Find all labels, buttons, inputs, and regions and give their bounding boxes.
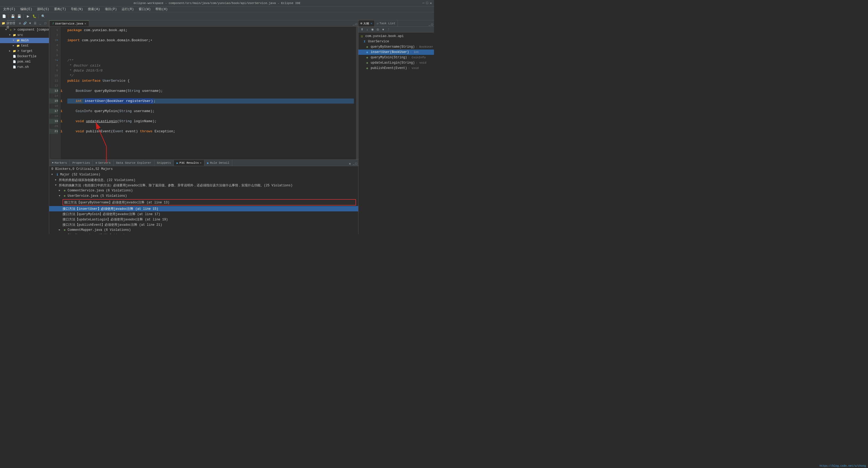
- maximize-editor-icon[interactable]: □: [355, 23, 357, 26]
- maximize-btn[interactable]: □: [426, 1, 428, 5]
- minimize-right-icon[interactable]: _: [429, 23, 431, 26]
- tree-runsh[interactable]: 📄 run.sh: [0, 64, 49, 70]
- tree-target[interactable]: ► 📁 > target: [0, 49, 49, 54]
- menu-item-T[interactable]: 重构(T): [52, 6, 68, 12]
- tab-ruledetail[interactable]: ▶ Rule Detail: [204, 160, 232, 166]
- tree-test[interactable]: ► 📁 test: [0, 43, 49, 49]
- vt-starmapper[interactable]: ► ● StarMapper.java (3 Violations): [49, 233, 358, 234]
- close-btn[interactable]: ✕: [430, 1, 432, 5]
- vt-abstract[interactable]: ▼ 所有的抽象方法（包括接口中的方法）必须要用javadoc注释、除了返回值、参…: [49, 183, 358, 188]
- close-bottom-icon[interactable]: ✕: [349, 162, 351, 166]
- vt-querymycoin[interactable]: 接口方法【queryMyCoin】必须使用javadoc注释 (at line …: [49, 211, 358, 217]
- close-tab-icon[interactable]: ✕: [85, 22, 86, 25]
- target-label: > target: [17, 49, 33, 53]
- dockerfile-label: Dockerfile: [17, 55, 36, 58]
- ai-12: [60, 83, 65, 88]
- tab-tasklist[interactable]: ☑ Task List: [375, 21, 398, 26]
- editor-scrollbar[interactable]: [356, 27, 358, 159]
- vt-major[interactable]: ▼ ℹ Major (52 Violations): [49, 172, 358, 177]
- collapse-all-icon[interactable]: ⊟: [18, 21, 22, 26]
- minimize-editor-icon[interactable]: _: [353, 23, 355, 26]
- vt-commentservice[interactable]: ► ● CommentService.java (6 Violations): [49, 188, 358, 193]
- tab-snippets[interactable]: Snippets: [154, 160, 174, 166]
- maximize-right-icon[interactable]: □: [431, 23, 433, 26]
- updatelastlogin-return: : void: [416, 61, 427, 64]
- minimize-bottom-icon[interactable]: _: [353, 162, 355, 165]
- maximize-bottom-icon[interactable]: □: [355, 162, 357, 165]
- ln-18: 18: [49, 114, 58, 119]
- maximize-panel-icon[interactable]: □: [43, 21, 48, 26]
- bottom-tab-controls: ✕ _ □: [349, 162, 358, 166]
- editor-tab-userservice[interactable]: J UserService.java ✕: [49, 21, 89, 26]
- outline-updatelastlogin-label: updateLastLogin(String): [371, 61, 415, 65]
- outline-querybyusername-label: queryByUsername(String): [371, 45, 415, 49]
- save-all-btn[interactable]: 💾: [16, 13, 22, 19]
- menu-item-E[interactable]: 编辑(E): [18, 6, 35, 12]
- outline-userservice-label: UserService: [368, 40, 389, 43]
- menu-item-S[interactable]: 源码(S): [35, 6, 51, 12]
- outline-updatelastlogin[interactable]: ◆ updateLastLogin(String) : void: [359, 60, 434, 65]
- link-editor-icon[interactable]: 🔗: [23, 21, 27, 26]
- outline-userservice[interactable]: I UserService: [359, 39, 434, 44]
- outline-querybyusername[interactable]: ◆ queryByUsername(String) : BookUser: [359, 44, 434, 50]
- menu-item-F[interactable]: 文件(F): [1, 6, 18, 12]
- vt-querymycoin-text: 接口方法【queryMyCoin】必须使用javadoc注释 (at line …: [63, 212, 160, 216]
- outline-insertuser[interactable]: ◆ insertUser(BookUser) : int: [359, 50, 434, 55]
- search-btn[interactable]: 🔍: [40, 13, 46, 19]
- code-line-13: BookUser queryByUsername(String username…: [67, 88, 354, 93]
- tree-src[interactable]: ▼ 📁 src: [0, 32, 49, 38]
- tree-pomxml[interactable]: 📄 pom.xml: [0, 59, 49, 64]
- menu-item-R[interactable]: 运行(R): [120, 6, 136, 12]
- menu-item-P[interactable]: 项目(P): [103, 6, 119, 12]
- project-explorer-header: 📁 项目资源管理器 ⊟ 🔗 ▼ ☰ _ □: [0, 20, 49, 27]
- new-btn[interactable]: 📄: [1, 13, 7, 19]
- tree-dockerfile[interactable]: 📄 Dockerfile: [0, 54, 49, 59]
- tab-close-p3c[interactable]: ✕: [200, 161, 202, 165]
- menu-item-H[interactable]: 帮助(H): [153, 6, 170, 12]
- outline-hide2-btn[interactable]: ◎: [375, 27, 380, 32]
- ln-3: 3+: [49, 38, 58, 43]
- vt-querybyusername[interactable]: 接口方法【queryByUsername】必须使用javadoc注释 (at l…: [63, 200, 355, 205]
- ln-10: 10: [49, 73, 58, 78]
- save-btn[interactable]: 💾: [10, 13, 16, 19]
- code-line-20: [67, 124, 354, 129]
- outline-querymycoin[interactable]: ◆ queryMyCoin(String) : CoinInfo: [359, 55, 434, 60]
- tab-p3c[interactable]: ▶ P3C Results ✕: [174, 160, 204, 166]
- minimize-btn[interactable]: ─: [423, 1, 425, 5]
- menu-item-W[interactable]: 窗口(W): [136, 6, 153, 12]
- ai-16: [60, 104, 65, 109]
- vt-commentmapper[interactable]: ► ● CommentMapper.java (6 Violations): [49, 227, 358, 233]
- outline-hide-btn[interactable]: ◉: [370, 27, 375, 32]
- pom-label: pom.xml: [17, 60, 31, 64]
- vt-insertuser[interactable]: 接口方法【insertUser】必须使用javadoc注释 (at line 1…: [49, 206, 358, 211]
- debug-btn[interactable]: 🐛: [31, 13, 37, 19]
- tab-servers[interactable]: ⚙ Servers: [93, 160, 113, 166]
- no-arrow: [9, 66, 12, 68]
- outline-sort2-btn[interactable]: ↕: [365, 27, 370, 32]
- tab-properties[interactable]: Properties: [70, 160, 93, 166]
- minimize-panel-icon[interactable]: _: [38, 21, 42, 26]
- run-btn[interactable]: ▶: [25, 13, 31, 19]
- tree-main[interactable]: ▼ 📁 main: [0, 38, 49, 43]
- menu-item-A[interactable]: 搜索(A): [86, 6, 102, 12]
- toolbar: 📄 💾 💾 ▶ 🐛 🔍: [0, 12, 434, 20]
- window-controls[interactable]: ─ □ ✕: [423, 1, 432, 5]
- outline-package[interactable]: ◻ com.yunxiao.book.api: [359, 33, 434, 39]
- outline-filter-btn[interactable]: ▼: [381, 27, 385, 32]
- vt-updatelastlogin[interactable]: 接口方法【updateLastLogin】必须使用javadoc注释 (at l…: [49, 217, 358, 222]
- vt-all-classes[interactable]: ► 所有的类都必须添加创建者信息。(22 Violations): [49, 177, 358, 183]
- filter-icon[interactable]: ▼: [28, 21, 32, 26]
- tab-markers[interactable]: ⚑ Markers: [49, 160, 70, 166]
- outline-sort-btn[interactable]: ⬆: [360, 27, 364, 32]
- view-menu-icon[interactable]: ☰: [33, 21, 37, 26]
- vt-userservice[interactable]: ▼ ● UserService.java (5 Violations): [49, 193, 358, 199]
- tab-datasource[interactable]: Data Source Explorer: [114, 160, 154, 166]
- tree-component[interactable]: ▼ ◇ > component [component master]: [0, 27, 49, 32]
- menu-item-N[interactable]: 导航(N): [69, 6, 85, 12]
- ai-5: [60, 48, 65, 53]
- outline-more-btn[interactable]: ⋮: [386, 27, 391, 32]
- vt-publishevent[interactable]: 接口方法【publishEvent】必须使用javadoc注释 (at line…: [49, 222, 358, 227]
- code-area[interactable]: package com.yunxiao.book.api; import com…: [65, 27, 356, 159]
- outline-publishevent[interactable]: ◆ publishEvent(Event) : void: [359, 65, 434, 71]
- tab-outline[interactable]: ⊞ 大纲 ✕: [359, 21, 375, 26]
